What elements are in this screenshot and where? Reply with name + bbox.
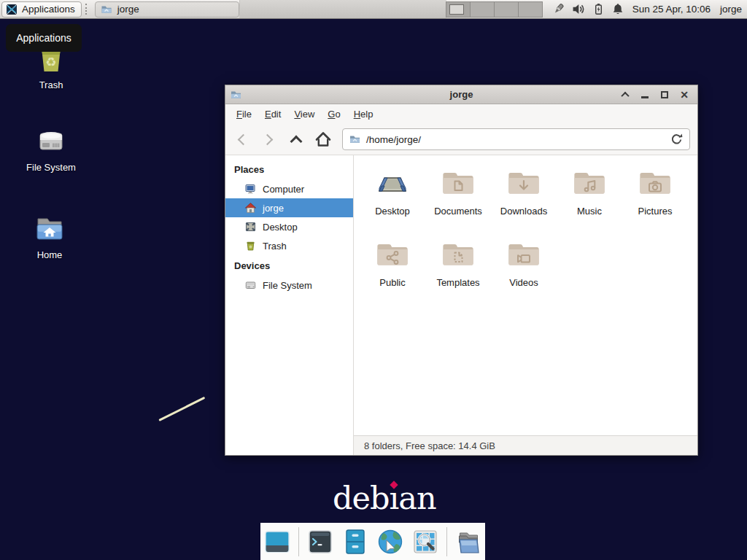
file-item-templates[interactable]: Templates: [425, 237, 491, 308]
window-body: Places Computer jorge: [225, 155, 697, 455]
pictures-folder-icon: [638, 166, 673, 201]
file-item-music[interactable]: Music: [557, 166, 622, 237]
dock-separator: [298, 527, 299, 556]
desktop-icon-label: Trash: [39, 79, 63, 90]
sidebar-item-label: Computer: [263, 184, 304, 195]
menubar: File Edit View Go Help: [225, 104, 697, 124]
sidebar-item-file-system[interactable]: File System: [225, 276, 353, 295]
back-button[interactable]: [228, 127, 255, 152]
show-desktop-icon: [263, 528, 291, 556]
public-folder-icon: [375, 237, 410, 272]
directory-menu-button[interactable]: [454, 528, 482, 556]
svg-text:♻: ♻: [45, 55, 56, 69]
file-item-label: Pictures: [638, 206, 673, 217]
terminal-button[interactable]: [306, 528, 334, 556]
workspace-pager: [446, 1, 543, 18]
terminal-icon: [306, 528, 334, 556]
reload-button[interactable]: [670, 133, 684, 147]
file-manager-window: jorge ✕ File Edit View Go Help: [225, 85, 698, 456]
panel-username[interactable]: jorge: [720, 4, 742, 15]
status-bar: 8 folders, Free space: 14.4 GiB: [354, 435, 697, 455]
sidebar-section-devices: Devices: [225, 255, 353, 276]
videos-folder-icon: [506, 237, 541, 272]
sidebar: Places Computer jorge: [225, 155, 354, 455]
menu-help[interactable]: Help: [347, 105, 380, 123]
templates-folder-icon: [441, 237, 476, 272]
home-button[interactable]: [309, 127, 336, 152]
battery-icon[interactable]: [592, 2, 605, 16]
file-cabinet-icon: [341, 528, 369, 556]
folder-icon: [101, 4, 112, 15]
location-input[interactable]: /home/jorge/: [366, 134, 670, 145]
web-browser-button[interactable]: [376, 528, 404, 556]
location-bar[interactable]: /home/jorge/: [342, 128, 690, 150]
home-icon: [314, 130, 333, 149]
notifications-bell-icon[interactable]: [611, 2, 624, 16]
file-item-documents[interactable]: Documents: [425, 166, 491, 237]
sidebar-item-label: File System: [263, 280, 312, 291]
volume-icon[interactable]: [572, 2, 586, 16]
show-desktop-button[interactable]: [263, 528, 291, 556]
window-titlebar[interactable]: jorge ✕: [225, 85, 697, 104]
taskbar-empty-area: [239, 0, 446, 18]
sidebar-item-label: Desktop: [263, 222, 298, 233]
file-item-videos[interactable]: Videos: [491, 237, 557, 308]
file-item-pictures[interactable]: Pictures: [622, 166, 688, 237]
forward-icon: [262, 133, 274, 145]
panel-handle[interactable]: [85, 4, 90, 15]
downloads-folder-icon: [506, 166, 541, 201]
taskbar-window-button[interactable]: jorge: [95, 1, 239, 18]
user-home-icon: [244, 202, 257, 214]
web-browser-globe-icon: [376, 528, 404, 556]
up-button[interactable]: [282, 127, 309, 152]
desktop-icon: [244, 221, 257, 233]
file-item-label: Music: [577, 206, 602, 217]
documents-folder-icon: [441, 166, 476, 201]
sidebar-item-desktop[interactable]: Desktop: [225, 217, 353, 236]
menu-edit[interactable]: Edit: [258, 105, 287, 123]
desktop-icon-file-system[interactable]: File System: [16, 124, 86, 173]
sidebar-item-computer[interactable]: Computer: [225, 179, 353, 198]
taskbar-window-label: jorge: [117, 4, 139, 15]
applications-menu-label: Applications: [22, 4, 75, 15]
hard-drive-icon: [244, 279, 257, 291]
maximize-button[interactable]: [659, 90, 670, 100]
file-manager-button[interactable]: [341, 528, 369, 556]
workspace-4[interactable]: [518, 1, 543, 18]
forward-button[interactable]: [255, 127, 282, 152]
computer-icon: [244, 183, 257, 195]
file-item-label: Documents: [434, 206, 482, 217]
sidebar-item-trash[interactable]: Trash: [225, 236, 353, 255]
stylus-icon[interactable]: [551, 2, 565, 16]
menu-file[interactable]: File: [230, 105, 258, 123]
application-finder-button[interactable]: [411, 528, 439, 556]
desktop-icon-home[interactable]: Home: [15, 211, 85, 260]
workspace-3[interactable]: [494, 1, 519, 18]
applications-menu-button[interactable]: Applications: [1, 1, 82, 18]
trash-icon: [244, 240, 257, 252]
file-item-public[interactable]: Public: [360, 237, 425, 308]
back-icon: [238, 133, 249, 145]
desktop-icon-label: Home: [37, 249, 63, 260]
panel-clock[interactable]: Sun 25 Apr, 10:06: [632, 4, 711, 15]
workspace-1[interactable]: [446, 1, 471, 18]
minimize-button[interactable]: [640, 90, 650, 100]
shade-button[interactable]: [620, 90, 630, 100]
close-button[interactable]: ✕: [679, 90, 689, 100]
toolbar: /home/jorge/: [225, 124, 697, 155]
file-item-downloads[interactable]: Downloads: [491, 166, 557, 237]
workspace-2[interactable]: [470, 1, 495, 18]
file-item-label: Public: [379, 277, 405, 288]
sidebar-item-jorge[interactable]: jorge: [225, 198, 353, 217]
dock-separator: [446, 527, 447, 556]
desktop-icon-label: File System: [26, 162, 76, 173]
file-item-desktop[interactable]: Desktop: [360, 166, 425, 237]
pointer-line: [158, 397, 205, 421]
desktop-icon: [375, 166, 410, 201]
top-panel: Applications jorge: [0, 0, 747, 19]
application-finder-icon: [411, 528, 439, 556]
xfce-applications-icon: [5, 3, 18, 16]
menu-view[interactable]: View: [287, 105, 321, 123]
music-folder-icon: [572, 166, 607, 201]
menu-go[interactable]: Go: [321, 105, 347, 123]
